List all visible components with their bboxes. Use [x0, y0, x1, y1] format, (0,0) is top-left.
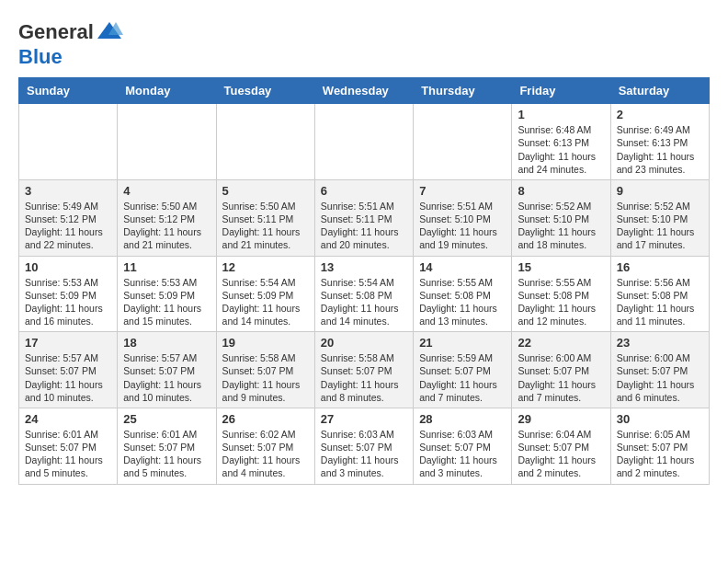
day-number: 23: [617, 336, 703, 350]
day-number: 4: [123, 184, 210, 198]
day-detail: Sunrise: 6:03 AM Sunset: 5:07 PM Dayligh…: [419, 428, 506, 480]
day-number: 25: [123, 412, 210, 426]
day-number: 5: [222, 184, 309, 198]
day-number: 10: [25, 260, 111, 274]
calendar-header-row: SundayMondayTuesdayWednesdayThursdayFrid…: [19, 78, 710, 104]
day-number: 28: [419, 412, 506, 426]
calendar-cell: [216, 104, 314, 180]
calendar-cell: 6Sunrise: 5:51 AM Sunset: 5:11 PM Daylig…: [314, 179, 413, 256]
day-detail: Sunrise: 6:03 AM Sunset: 5:07 PM Dayligh…: [321, 428, 407, 480]
day-detail: Sunrise: 5:54 AM Sunset: 5:08 PM Dayligh…: [321, 276, 407, 328]
calendar-week-row: 24Sunrise: 6:01 AM Sunset: 5:07 PM Dayli…: [19, 408, 710, 484]
calendar-cell: 7Sunrise: 5:51 AM Sunset: 5:10 PM Daylig…: [414, 179, 512, 256]
day-number: 21: [419, 336, 506, 350]
day-number: 2: [617, 108, 703, 121]
calendar-cell: [414, 104, 512, 180]
day-number: 7: [419, 184, 506, 198]
day-number: 12: [222, 260, 309, 274]
calendar-cell: 26Sunrise: 6:02 AM Sunset: 5:07 PM Dayli…: [216, 408, 314, 484]
day-detail: Sunrise: 6:00 AM Sunset: 5:07 PM Dayligh…: [617, 351, 703, 404]
day-detail: Sunrise: 5:53 AM Sunset: 5:09 PM Dayligh…: [123, 276, 210, 328]
calendar-cell: 22Sunrise: 6:00 AM Sunset: 5:07 PM Dayli…: [512, 332, 610, 408]
calendar-cell: 2Sunrise: 6:49 AM Sunset: 6:13 PM Daylig…: [610, 104, 709, 180]
day-number: 13: [321, 260, 407, 274]
calendar-table: SundayMondayTuesdayWednesdayThursdayFrid…: [18, 77, 710, 484]
calendar-cell: 21Sunrise: 5:59 AM Sunset: 5:07 PM Dayli…: [414, 332, 512, 408]
day-detail: Sunrise: 5:57 AM Sunset: 5:07 PM Dayligh…: [123, 351, 210, 404]
day-number: 19: [222, 336, 309, 350]
calendar-cell: [314, 104, 413, 180]
calendar-cell: 12Sunrise: 5:54 AM Sunset: 5:09 PM Dayli…: [216, 256, 314, 332]
day-detail: Sunrise: 5:58 AM Sunset: 5:07 PM Dayligh…: [321, 351, 407, 404]
calendar-cell: 20Sunrise: 5:58 AM Sunset: 5:07 PM Dayli…: [314, 332, 413, 408]
day-number: 20: [321, 336, 407, 350]
day-number: 16: [617, 260, 703, 274]
calendar-cell: 10Sunrise: 5:53 AM Sunset: 5:09 PM Dayli…: [19, 256, 118, 332]
calendar-week-row: 17Sunrise: 5:57 AM Sunset: 5:07 PM Dayli…: [19, 332, 710, 408]
day-number: 29: [518, 412, 604, 426]
page-header: General Blue: [18, 18, 710, 68]
calendar-cell: [19, 104, 118, 180]
day-number: 18: [123, 336, 210, 350]
weekday-header: Saturday: [610, 78, 709, 104]
calendar-cell: 11Sunrise: 5:53 AM Sunset: 5:09 PM Dayli…: [118, 256, 216, 332]
calendar-cell: 5Sunrise: 5:50 AM Sunset: 5:11 PM Daylig…: [216, 179, 314, 256]
calendar-cell: 3Sunrise: 5:49 AM Sunset: 5:12 PM Daylig…: [19, 179, 118, 256]
calendar-cell: 8Sunrise: 5:52 AM Sunset: 5:10 PM Daylig…: [512, 179, 610, 256]
day-number: 1: [518, 108, 604, 121]
day-detail: Sunrise: 5:50 AM Sunset: 5:12 PM Dayligh…: [123, 200, 210, 252]
day-detail: Sunrise: 5:55 AM Sunset: 5:08 PM Dayligh…: [518, 276, 604, 328]
calendar-cell: 1Sunrise: 6:48 AM Sunset: 6:13 PM Daylig…: [512, 104, 610, 180]
calendar-cell: 18Sunrise: 5:57 AM Sunset: 5:07 PM Dayli…: [118, 332, 216, 408]
day-number: 15: [518, 260, 604, 274]
day-detail: Sunrise: 6:02 AM Sunset: 5:07 PM Dayligh…: [222, 428, 309, 480]
calendar-cell: 24Sunrise: 6:01 AM Sunset: 5:07 PM Dayli…: [19, 408, 118, 484]
calendar-cell: 13Sunrise: 5:54 AM Sunset: 5:08 PM Dayli…: [314, 256, 413, 332]
weekday-header: Friday: [512, 78, 610, 104]
day-number: 17: [25, 336, 111, 350]
day-detail: Sunrise: 5:54 AM Sunset: 5:09 PM Dayligh…: [222, 276, 309, 328]
day-detail: Sunrise: 6:04 AM Sunset: 5:07 PM Dayligh…: [518, 428, 604, 480]
calendar-week-row: 10Sunrise: 5:53 AM Sunset: 5:09 PM Dayli…: [19, 256, 710, 332]
day-detail: Sunrise: 5:51 AM Sunset: 5:11 PM Dayligh…: [321, 200, 407, 252]
calendar-cell: 23Sunrise: 6:00 AM Sunset: 5:07 PM Dayli…: [610, 332, 709, 408]
day-number: 14: [419, 260, 506, 274]
day-detail: Sunrise: 5:49 AM Sunset: 5:12 PM Dayligh…: [25, 200, 111, 252]
calendar-cell: 14Sunrise: 5:55 AM Sunset: 5:08 PM Dayli…: [414, 256, 512, 332]
day-detail: Sunrise: 5:52 AM Sunset: 5:10 PM Dayligh…: [518, 200, 604, 252]
calendar-cell: 4Sunrise: 5:50 AM Sunset: 5:12 PM Daylig…: [118, 179, 216, 256]
day-detail: Sunrise: 6:48 AM Sunset: 6:13 PM Dayligh…: [518, 123, 604, 176]
day-number: 6: [321, 184, 407, 198]
day-detail: Sunrise: 5:57 AM Sunset: 5:07 PM Dayligh…: [25, 351, 111, 404]
day-detail: Sunrise: 5:52 AM Sunset: 5:10 PM Dayligh…: [617, 200, 703, 252]
day-number: 26: [222, 412, 309, 426]
calendar-cell: 25Sunrise: 6:01 AM Sunset: 5:07 PM Dayli…: [118, 408, 216, 484]
day-detail: Sunrise: 6:49 AM Sunset: 6:13 PM Dayligh…: [617, 123, 703, 176]
calendar-cell: 29Sunrise: 6:04 AM Sunset: 5:07 PM Dayli…: [512, 408, 610, 484]
logo-blue: Blue: [18, 45, 63, 68]
calendar-cell: 16Sunrise: 5:56 AM Sunset: 5:08 PM Dayli…: [610, 256, 709, 332]
day-detail: Sunrise: 5:55 AM Sunset: 5:08 PM Dayligh…: [419, 276, 506, 328]
logo-icon: [96, 18, 123, 46]
day-detail: Sunrise: 5:59 AM Sunset: 5:07 PM Dayligh…: [419, 351, 506, 404]
day-detail: Sunrise: 6:01 AM Sunset: 5:07 PM Dayligh…: [123, 428, 210, 480]
day-number: 8: [518, 184, 604, 198]
day-number: 30: [617, 412, 703, 426]
day-number: 22: [518, 336, 604, 350]
calendar-cell: 17Sunrise: 5:57 AM Sunset: 5:07 PM Dayli…: [19, 332, 118, 408]
weekday-header: Tuesday: [216, 78, 314, 104]
calendar-cell: 27Sunrise: 6:03 AM Sunset: 5:07 PM Dayli…: [314, 408, 413, 484]
day-number: 24: [25, 412, 111, 426]
calendar-cell: 30Sunrise: 6:05 AM Sunset: 5:07 PM Dayli…: [610, 408, 709, 484]
day-detail: Sunrise: 5:50 AM Sunset: 5:11 PM Dayligh…: [222, 200, 309, 252]
day-detail: Sunrise: 5:58 AM Sunset: 5:07 PM Dayligh…: [222, 351, 309, 404]
day-detail: Sunrise: 5:53 AM Sunset: 5:09 PM Dayligh…: [25, 276, 111, 328]
day-detail: Sunrise: 6:00 AM Sunset: 5:07 PM Dayligh…: [518, 351, 604, 404]
day-number: 3: [25, 184, 111, 198]
weekday-header: Sunday: [19, 78, 118, 104]
day-detail: Sunrise: 5:51 AM Sunset: 5:10 PM Dayligh…: [419, 200, 506, 252]
calendar-cell: [118, 104, 216, 180]
weekday-header: Monday: [118, 78, 216, 104]
day-detail: Sunrise: 5:56 AM Sunset: 5:08 PM Dayligh…: [617, 276, 703, 328]
calendar-cell: 15Sunrise: 5:55 AM Sunset: 5:08 PM Dayli…: [512, 256, 610, 332]
